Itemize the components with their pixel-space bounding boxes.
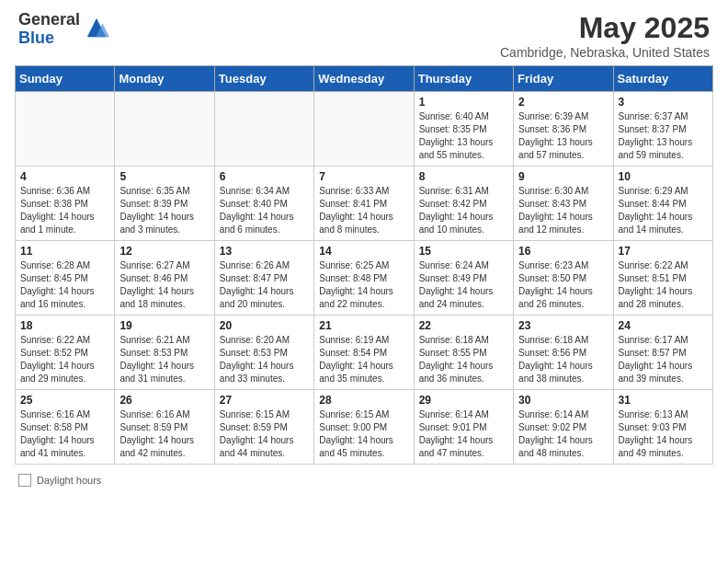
- day-number: 22: [419, 319, 508, 332]
- day-number: 5: [119, 170, 209, 183]
- calendar-wrap: Sunday Monday Tuesday Wednesday Thursday…: [0, 65, 728, 468]
- calendar-cell: 28Sunrise: 6:15 AM Sunset: 9:00 PM Dayli…: [314, 390, 414, 465]
- calendar-cell: 26Sunrise: 6:16 AM Sunset: 8:59 PM Dayli…: [115, 390, 214, 465]
- day-info: Sunrise: 6:14 AM Sunset: 9:01 PM Dayligh…: [419, 408, 508, 460]
- calendar-cell: 3Sunrise: 6:37 AM Sunset: 8:37 PM Daylig…: [613, 92, 712, 167]
- calendar-cell: 21Sunrise: 6:19 AM Sunset: 8:54 PM Dayli…: [314, 316, 414, 390]
- calendar-cell: 1Sunrise: 6:40 AM Sunset: 8:35 PM Daylig…: [414, 92, 513, 167]
- calendar-cell: 7Sunrise: 6:33 AM Sunset: 8:41 PM Daylig…: [314, 167, 414, 241]
- daylight-swatch: [18, 474, 31, 487]
- logo-icon: [84, 15, 109, 40]
- calendar-week-3: 11Sunrise: 6:28 AM Sunset: 8:45 PM Dayli…: [16, 241, 713, 316]
- calendar-cell: 14Sunrise: 6:25 AM Sunset: 8:48 PM Dayli…: [314, 241, 414, 316]
- calendar-cell: 20Sunrise: 6:20 AM Sunset: 8:53 PM Dayli…: [214, 316, 313, 390]
- day-number: 3: [619, 96, 708, 109]
- day-info: Sunrise: 6:20 AM Sunset: 8:53 PM Dayligh…: [220, 334, 309, 385]
- day-number: 12: [119, 245, 209, 258]
- calendar-week-4: 18Sunrise: 6:22 AM Sunset: 8:52 PM Dayli…: [16, 316, 713, 390]
- day-number: 11: [20, 245, 109, 258]
- calendar-table: Sunday Monday Tuesday Wednesday Thursday…: [15, 65, 713, 465]
- day-number: 19: [119, 319, 209, 332]
- col-saturday: Saturday: [613, 66, 712, 92]
- day-info: Sunrise: 6:14 AM Sunset: 9:02 PM Dayligh…: [518, 408, 608, 460]
- calendar-week-1: 1Sunrise: 6:40 AM Sunset: 8:35 PM Daylig…: [16, 92, 713, 167]
- col-thursday: Thursday: [414, 66, 513, 92]
- day-number: 29: [419, 394, 508, 407]
- day-info: Sunrise: 6:30 AM Sunset: 8:43 PM Dayligh…: [518, 185, 608, 236]
- logo: General Blue: [18, 11, 109, 48]
- calendar-cell: 22Sunrise: 6:18 AM Sunset: 8:55 PM Dayli…: [414, 316, 513, 390]
- calendar-cell: [314, 92, 414, 167]
- footer-label: Daylight hours: [37, 475, 101, 486]
- day-number: 2: [518, 96, 608, 109]
- day-number: 25: [20, 394, 109, 407]
- calendar-cell: 6Sunrise: 6:34 AM Sunset: 8:40 PM Daylig…: [214, 167, 313, 241]
- day-number: 21: [319, 319, 408, 332]
- day-info: Sunrise: 6:25 AM Sunset: 8:48 PM Dayligh…: [319, 259, 408, 311]
- calendar-cell: 15Sunrise: 6:24 AM Sunset: 8:49 PM Dayli…: [414, 241, 513, 316]
- calendar-cell: 24Sunrise: 6:17 AM Sunset: 8:57 PM Dayli…: [613, 316, 712, 390]
- day-number: 17: [619, 245, 708, 258]
- logo-blue: Blue: [18, 29, 80, 48]
- day-number: 24: [619, 319, 708, 332]
- day-info: Sunrise: 6:21 AM Sunset: 8:53 PM Dayligh…: [119, 334, 209, 385]
- day-info: Sunrise: 6:24 AM Sunset: 8:49 PM Dayligh…: [419, 259, 508, 311]
- calendar-cell: 17Sunrise: 6:22 AM Sunset: 8:51 PM Dayli…: [613, 241, 712, 316]
- day-info: Sunrise: 6:23 AM Sunset: 8:50 PM Dayligh…: [518, 259, 608, 311]
- calendar-cell: 29Sunrise: 6:14 AM Sunset: 9:01 PM Dayli…: [414, 390, 513, 465]
- day-info: Sunrise: 6:27 AM Sunset: 8:46 PM Dayligh…: [119, 259, 209, 311]
- calendar-cell: 5Sunrise: 6:35 AM Sunset: 8:39 PM Daylig…: [115, 167, 214, 241]
- day-info: Sunrise: 6:15 AM Sunset: 8:59 PM Dayligh…: [220, 408, 309, 460]
- page-header: General Blue May 2025 Cambridge, Nebrask…: [0, 0, 728, 65]
- day-number: 10: [619, 170, 708, 183]
- day-number: 26: [119, 394, 209, 407]
- day-number: 16: [518, 245, 608, 258]
- title-block: May 2025 Cambridge, Nebraska, United Sta…: [500, 11, 710, 60]
- day-info: Sunrise: 6:28 AM Sunset: 8:45 PM Dayligh…: [20, 259, 109, 311]
- calendar-cell: 4Sunrise: 6:36 AM Sunset: 8:38 PM Daylig…: [16, 167, 115, 241]
- day-number: 20: [220, 319, 309, 332]
- day-number: 4: [20, 170, 109, 183]
- day-info: Sunrise: 6:15 AM Sunset: 9:00 PM Dayligh…: [319, 408, 408, 460]
- col-sunday: Sunday: [16, 66, 115, 92]
- calendar-cell: 8Sunrise: 6:31 AM Sunset: 8:42 PM Daylig…: [414, 167, 513, 241]
- calendar-cell: 16Sunrise: 6:23 AM Sunset: 8:50 PM Dayli…: [514, 241, 613, 316]
- day-info: Sunrise: 6:26 AM Sunset: 8:47 PM Dayligh…: [220, 259, 309, 311]
- day-number: 23: [518, 319, 608, 332]
- day-number: 7: [319, 170, 408, 183]
- day-number: 27: [220, 394, 309, 407]
- day-number: 1: [419, 96, 508, 109]
- day-number: 14: [319, 245, 408, 258]
- calendar-cell: 2Sunrise: 6:39 AM Sunset: 8:36 PM Daylig…: [514, 92, 613, 167]
- location: Cambridge, Nebraska, United States: [500, 45, 710, 60]
- col-monday: Monday: [115, 66, 214, 92]
- day-number: 8: [419, 170, 508, 183]
- day-info: Sunrise: 6:17 AM Sunset: 8:57 PM Dayligh…: [619, 334, 708, 385]
- calendar-cell: 31Sunrise: 6:13 AM Sunset: 9:03 PM Dayli…: [613, 390, 712, 465]
- col-tuesday: Tuesday: [214, 66, 313, 92]
- calendar-cell: 18Sunrise: 6:22 AM Sunset: 8:52 PM Dayli…: [16, 316, 115, 390]
- day-info: Sunrise: 6:18 AM Sunset: 8:55 PM Dayligh…: [419, 334, 508, 385]
- day-number: 18: [20, 319, 109, 332]
- day-info: Sunrise: 6:29 AM Sunset: 8:44 PM Dayligh…: [619, 185, 708, 236]
- day-info: Sunrise: 6:18 AM Sunset: 8:56 PM Dayligh…: [518, 334, 608, 385]
- calendar-header-row: Sunday Monday Tuesday Wednesday Thursday…: [16, 66, 713, 92]
- day-info: Sunrise: 6:13 AM Sunset: 9:03 PM Dayligh…: [619, 408, 708, 460]
- col-wednesday: Wednesday: [314, 66, 414, 92]
- day-number: 28: [319, 394, 408, 407]
- day-info: Sunrise: 6:35 AM Sunset: 8:39 PM Dayligh…: [119, 185, 209, 236]
- calendar-cell: 23Sunrise: 6:18 AM Sunset: 8:56 PM Dayli…: [514, 316, 613, 390]
- col-friday: Friday: [514, 66, 613, 92]
- day-number: 6: [220, 170, 309, 183]
- calendar-cell: 25Sunrise: 6:16 AM Sunset: 8:58 PM Dayli…: [16, 390, 115, 465]
- calendar-cell: 12Sunrise: 6:27 AM Sunset: 8:46 PM Dayli…: [115, 241, 214, 316]
- calendar-cell: 13Sunrise: 6:26 AM Sunset: 8:47 PM Dayli…: [214, 241, 313, 316]
- day-info: Sunrise: 6:22 AM Sunset: 8:51 PM Dayligh…: [619, 259, 708, 311]
- calendar-cell: [16, 92, 115, 167]
- day-info: Sunrise: 6:39 AM Sunset: 8:36 PM Dayligh…: [518, 110, 608, 162]
- day-info: Sunrise: 6:22 AM Sunset: 8:52 PM Dayligh…: [20, 334, 109, 385]
- logo-general: General: [18, 11, 80, 29]
- day-info: Sunrise: 6:19 AM Sunset: 8:54 PM Dayligh…: [319, 334, 408, 385]
- day-info: Sunrise: 6:34 AM Sunset: 8:40 PM Dayligh…: [220, 185, 309, 236]
- calendar-cell: 10Sunrise: 6:29 AM Sunset: 8:44 PM Dayli…: [613, 167, 712, 241]
